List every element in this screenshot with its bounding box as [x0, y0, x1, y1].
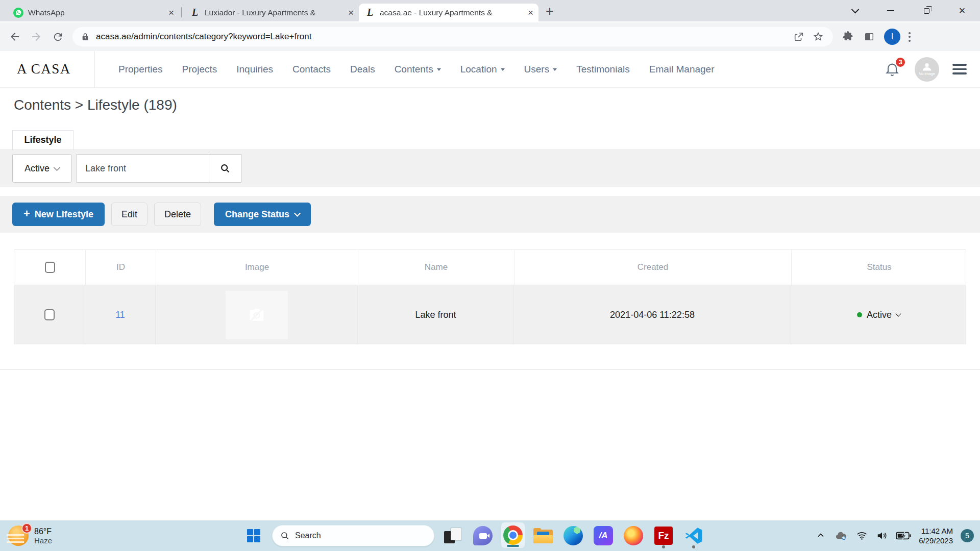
filezilla-button[interactable]: Fz	[652, 521, 675, 550]
keyword-search-input[interactable]	[77, 154, 209, 183]
caret-down-icon	[501, 68, 505, 71]
filter-bar: Active	[0, 149, 980, 187]
task-view-button[interactable]	[441, 521, 464, 550]
header-image: Image	[156, 250, 358, 285]
taskbar-search[interactable]: Search	[272, 525, 434, 546]
header-id: ID	[86, 250, 156, 285]
status-filter-dropdown[interactable]: Active	[12, 154, 71, 183]
search-button[interactable]	[209, 154, 241, 183]
change-status-button[interactable]: Change Status	[214, 203, 311, 226]
status-dropdown[interactable]: Active	[857, 310, 900, 320]
weather-widget[interactable]: 1 86°F Haze	[8, 520, 52, 551]
nav-item-testimonials[interactable]: Testimonials	[576, 64, 630, 75]
chat-icon	[473, 526, 493, 545]
row-image-cell	[156, 285, 358, 344]
restore-button[interactable]	[909, 0, 944, 21]
chevron-down-icon	[294, 210, 301, 217]
back-icon[interactable]	[8, 30, 21, 43]
share-icon[interactable]	[792, 30, 805, 43]
avatar-placeholder-text: No image	[919, 71, 935, 76]
volume-icon[interactable]	[876, 530, 888, 541]
chrome-button[interactable]	[501, 522, 525, 548]
browser-tab-strip: WhatsApp × L Luxiador - Luxury Apartment…	[0, 0, 980, 21]
plus-icon: +	[23, 207, 30, 220]
status-label: Active	[867, 310, 892, 320]
forward-icon[interactable]	[30, 30, 43, 43]
search-icon	[280, 531, 289, 540]
reload-icon[interactable]	[51, 30, 64, 43]
nav-menu: Properties Projects Inquiries Contacts D…	[118, 64, 714, 75]
select-all-checkbox[interactable]	[45, 262, 55, 273]
battery-charging-icon[interactable]	[896, 531, 911, 540]
wifi-icon[interactable]	[855, 530, 868, 541]
new-tab-button[interactable]: +	[546, 5, 554, 18]
nav-item-inquiries[interactable]: Inquiries	[236, 64, 273, 75]
nav-item-location[interactable]: Location	[460, 64, 505, 75]
tab-title: Luxiador - Luxury Apartments &	[205, 8, 344, 17]
person-icon	[922, 63, 932, 71]
row-checkbox[interactable]	[44, 309, 55, 320]
onedrive-cloud-icon[interactable]	[834, 530, 848, 542]
tab-close-icon[interactable]: ×	[348, 8, 354, 17]
tab-whatsapp[interactable]: WhatsApp ×	[7, 4, 179, 21]
tab-lifestyle[interactable]: Lifestyle	[12, 130, 74, 149]
chevron-down-icon	[895, 311, 901, 316]
user-avatar[interactable]: No image	[915, 57, 939, 82]
chrome-icon	[503, 525, 523, 545]
chat-button[interactable]	[471, 521, 495, 550]
firefox-button[interactable]	[622, 521, 645, 550]
vscode-button[interactable]	[682, 521, 705, 550]
nav-item-contacts[interactable]: Contacts	[292, 64, 331, 75]
nav-item-users[interactable]: Users	[524, 64, 557, 75]
status-dot-icon	[857, 312, 862, 317]
tray-time: 11:42 AM	[919, 526, 953, 536]
close-button[interactable]: ×	[944, 0, 980, 21]
extensions-icon[interactable]	[841, 30, 854, 43]
camera-off-icon	[249, 307, 265, 323]
weather-text: 86°F Haze	[34, 527, 52, 545]
nav-right-cluster: 3 No image	[884, 57, 980, 82]
start-button[interactable]	[242, 521, 265, 550]
hamburger-menu-icon[interactable]	[952, 64, 967, 74]
bookmark-star-icon[interactable]	[812, 30, 825, 43]
logo-container[interactable]: A CASA	[0, 51, 95, 88]
tray-chevron-up-icon[interactable]	[816, 531, 826, 541]
tab-luxiador[interactable]: L Luxiador - Luxury Apartments & ×	[184, 4, 359, 21]
browser-profile-avatar[interactable]: I	[884, 29, 900, 45]
row-created-cell: 2021-04-06 11:22:58	[514, 285, 791, 344]
nav-item-projects[interactable]: Projects	[182, 64, 217, 75]
tab-acasa-active[interactable]: L acasa.ae - Luxury Apartments & ×	[359, 4, 538, 21]
edge-icon	[564, 526, 583, 545]
taskbar-center: Search /A Fz	[242, 520, 705, 551]
new-lifestyle-button[interactable]: + New Lifestyle	[12, 203, 105, 226]
minimize-button[interactable]	[873, 0, 909, 21]
clock[interactable]: 11:42 AM 6/29/2023	[919, 526, 953, 546]
notifications-bell[interactable]: 3	[884, 60, 901, 79]
tab-title: acasa.ae - Luxury Apartments &	[380, 8, 523, 17]
browser-menu-icon[interactable]	[909, 32, 911, 42]
windows-taskbar: 1 86°F Haze Search	[0, 520, 980, 551]
purple-app-button[interactable]: /A	[592, 521, 615, 550]
delete-button[interactable]: Delete	[154, 203, 201, 226]
nav-item-properties[interactable]: Properties	[118, 64, 163, 75]
address-bar[interactable]: acasa.ae/admin/contents/category?keyword…	[72, 27, 833, 46]
site-logo[interactable]: A CASA	[17, 61, 71, 77]
file-explorer-button[interactable]	[531, 521, 555, 550]
nav-item-contents[interactable]: Contents	[395, 64, 441, 75]
nav-item-deals[interactable]: Deals	[350, 64, 375, 75]
lock-icon[interactable]	[81, 30, 90, 43]
nav-item-email-manager[interactable]: Email Manager	[649, 64, 715, 75]
notification-badge: 3	[895, 57, 906, 68]
url-text[interactable]: acasa.ae/admin/contents/category?keyword…	[96, 32, 786, 42]
edit-button[interactable]: Edit	[111, 203, 148, 226]
id-link[interactable]: 11	[115, 310, 125, 320]
side-panel-icon[interactable]	[863, 30, 876, 43]
weather-badge: 1	[21, 523, 32, 534]
tab-close-icon[interactable]: ×	[528, 8, 533, 17]
notification-center-badge[interactable]: 5	[961, 529, 974, 542]
window-controls: ×	[837, 0, 980, 21]
tab-search-chevron-icon[interactable]	[837, 0, 873, 21]
edge-button[interactable]	[561, 521, 585, 550]
tab-close-icon[interactable]: ×	[168, 8, 174, 17]
row-select-cell	[14, 285, 85, 344]
